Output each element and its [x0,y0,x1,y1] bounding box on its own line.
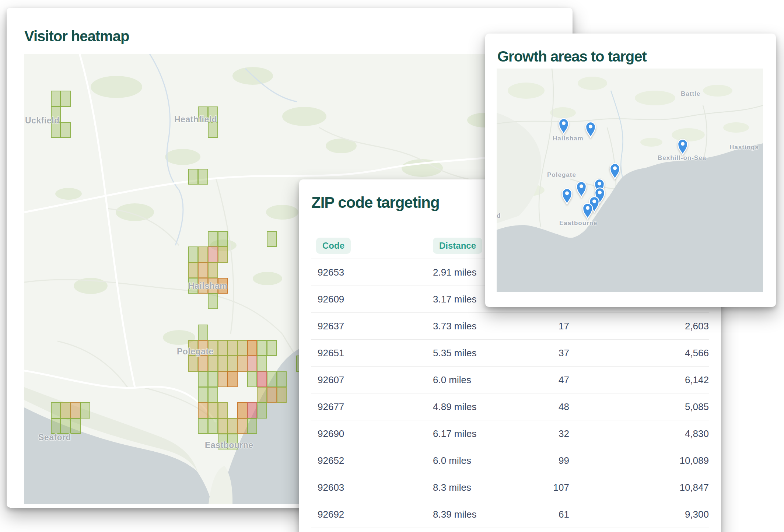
growth-areas-map[interactable]: BattleHastingsHailshamBexhill-on-SeaPole… [497,69,763,292]
map-pin-icon[interactable] [557,116,570,135]
heatmap-cell [198,418,208,434]
heatmap-cell [198,246,208,262]
heatmap-cell [247,356,258,371]
heatmap-cell [60,402,71,418]
cell-code: 92603 [311,482,433,493]
heatmap-cell [188,169,199,185]
heatmap-cell [208,122,218,138]
heatmap-cell [208,371,218,387]
cell-total: 10,847 [569,482,709,493]
table-row: 926076.0 miles476,142 [311,367,709,393]
map-place-label: Battle [681,90,700,98]
visitor-heatmap-title: Visitor heatmap [24,28,129,44]
heatmap-cell [257,371,267,387]
cell-count: 99 [521,455,569,466]
heatmap-cell [237,402,248,418]
cell-total: 5,085 [569,401,709,413]
heatmap-cell [218,371,228,387]
map-place-label: Polegate [177,347,214,356]
cell-count: 48 [521,401,569,413]
heatmap-cell [218,356,228,371]
heatmap-cell [51,402,61,418]
heatmap-cell [208,402,218,418]
column-chip-distance[interactable]: Distance [433,238,482,254]
heatmap-cell [208,387,218,403]
cell-count: 37 [521,347,569,359]
cell-distance: 3.73 miles [433,321,521,332]
cell-count: 47 [521,374,569,386]
table-row: 926526.0 miles9910,089 [311,447,709,474]
heatmap-cell [218,231,228,247]
heatmap-cell [267,340,277,356]
cell-count: 32 [521,428,569,440]
map-place-label: Seaford [38,433,71,442]
table-row: 926515.35 miles374,566 [311,340,709,367]
heatmap-cell [208,293,218,309]
heatmap-cell [257,402,267,418]
heatmap-cell [188,246,199,262]
cell-distance: 6.17 miles [433,428,521,440]
cell-code: 92607 [311,374,433,386]
heatmap-cell [198,387,208,403]
heatmap-cell [267,371,277,387]
cell-count: 61 [521,509,569,520]
heatmap-cell [277,371,287,387]
map-pin-icon[interactable] [561,186,573,205]
heatmap-cell [247,402,258,418]
map-pin-icon[interactable] [609,161,621,180]
heatmap-cell [198,262,208,278]
heatmap-cell [237,418,248,434]
heatmap-cell [208,246,218,262]
column-chip-code[interactable]: Code [316,238,351,254]
heatmap-cell [198,325,208,340]
heatmap-cell [267,387,277,403]
heatmap-cell [247,371,258,387]
cell-code: 92609 [311,294,433,305]
heatmap-cell [227,371,238,387]
heatmap-cell [51,91,61,106]
heatmap-cell [237,356,248,371]
cell-total: 9,300 [569,509,709,520]
table-row: 926373.73 miles172,603 [311,313,709,340]
base-map [497,69,763,292]
cell-count: 17 [521,321,569,332]
map-place-label: Eastbourne [205,440,253,450]
heatmap-cell [51,418,61,434]
heatmap-cell [208,262,218,278]
map-pin-icon[interactable] [575,179,588,198]
cell-code: 92637 [311,321,433,332]
growth-areas-panel: Growth areas to target Battl [485,34,776,307]
cell-distance: 4.89 miles [433,401,521,413]
map-pin-icon[interactable] [676,137,689,155]
map-place-label: Heathfield [174,115,217,124]
map-place-label: Eastbourne [559,220,598,227]
cell-distance: 8.3 miles [433,482,521,493]
table-row: 926928.39 miles619,300 [311,501,709,528]
map-pin-icon[interactable] [584,120,597,138]
cell-distance: 6.0 miles [433,455,521,466]
cell-code: 92653 [311,267,433,278]
map-pin-icon[interactable] [581,201,594,220]
cell-total: 10,089 [569,455,709,466]
heatmap-cell [237,340,248,356]
table-row: 926038.3 miles10710,847 [311,474,709,501]
heatmap-cell [247,418,258,434]
heatmap-cell [257,340,267,356]
table-row: 926906.17 miles324,830 [311,420,709,447]
heatmap-cell [227,418,238,434]
heatmap-cell [198,371,208,387]
cell-count: 107 [521,482,569,493]
heatmap-cell [198,169,208,185]
map-place-label: d [497,212,501,220]
heatmap-cell [218,418,228,434]
heatmap-cell [80,402,91,418]
map-place-label: Hailsham [553,135,584,142]
map-place-label: Hastings [729,144,759,151]
heatmap-cell [208,231,218,247]
heatmap-cell [227,340,238,356]
cell-total: 6,142 [569,374,709,386]
heatmap-cell [70,418,81,434]
growth-areas-title: Growth areas to target [497,48,784,64]
cell-code: 92651 [311,347,433,359]
cell-distance: 5.35 miles [433,347,521,359]
